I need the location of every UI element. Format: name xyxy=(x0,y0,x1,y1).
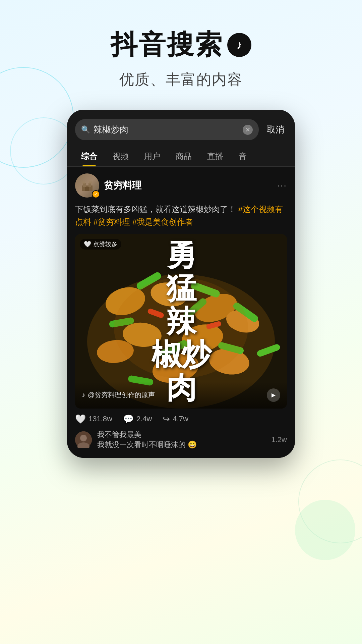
share-count: 4.7w xyxy=(173,415,188,423)
tiktok-logo-badge: ♪ xyxy=(227,33,251,57)
phone-container: 🔍 辣椒炒肉 ✕ 取消 综合 视频 用户 商品 直播 音 xyxy=(0,110,362,458)
more-options-button[interactable]: ··· xyxy=(277,180,287,191)
video-image-area: 勇猛辣椒炒肉 ♪ @贫穷料理创作的原声 ▶ xyxy=(75,234,287,409)
comment-action[interactable]: 💬 2.4w xyxy=(123,414,152,424)
title-row: 抖音搜索 ♪ xyxy=(0,27,362,63)
search-bar-area: 🔍 辣椒炒肉 ✕ 取消 xyxy=(67,110,295,146)
comment-preview-text: 我不管我最美 我就没一次看时不咽唾沫的 😄 xyxy=(97,430,266,450)
user-avatar-wrap[interactable]: ✓ xyxy=(75,173,99,198)
post-text: 下饭菜到底有多凶猛，就看这道辣椒炒肉了！ #这个视频有点料 #贫穷料理 #我是美… xyxy=(75,203,287,229)
action-bar: 🤍 131.8w 💬 2.4w ↪ 4.7w xyxy=(75,414,287,424)
user-card: ✓ 贫穷料理 ··· xyxy=(75,173,287,198)
main-title: 抖音搜索 xyxy=(111,27,223,63)
commenter-name[interactable]: 我不管我最美 xyxy=(97,430,141,439)
tab-video[interactable]: 视频 xyxy=(107,146,135,166)
tiktok-small-icon: ♪ xyxy=(82,391,85,399)
comment-preview-count: 1.2w xyxy=(272,435,287,444)
comment-preview-row: 我不管我最美 我就没一次看时不咽唾沫的 😄 1.2w xyxy=(75,430,287,451)
subtitle: 优质、丰富的内容 xyxy=(0,70,362,90)
svg-rect-7 xyxy=(90,181,92,183)
svg-rect-3 xyxy=(85,187,89,191)
username[interactable]: 贫穷料理 xyxy=(104,179,141,192)
verified-badge: ✓ xyxy=(92,190,100,198)
badge-label: 点赞较多 xyxy=(93,240,117,248)
video-calligraphy-text: 勇猛辣椒炒肉 xyxy=(152,238,210,404)
share-action[interactable]: ↪ 4.7w xyxy=(163,414,188,424)
phone-mockup: 🔍 辣椒炒肉 ✕ 取消 综合 视频 用户 商品 直播 音 xyxy=(67,110,295,458)
badge-heart-icon: 🤍 xyxy=(84,240,91,248)
tab-live[interactable]: 直播 xyxy=(201,146,229,166)
comment-body: 我就没一次看时不咽唾沫的 😄 xyxy=(97,440,197,449)
video-source-text: @贫穷料理创作的原声 xyxy=(88,390,155,399)
tab-goods[interactable]: 商品 xyxy=(170,146,198,166)
search-clear-button[interactable]: ✕ xyxy=(243,125,253,135)
search-icon: 🔍 xyxy=(81,125,90,134)
video-thumbnail[interactable]: 🤍 点赞较多 xyxy=(75,234,287,409)
like-count: 131.8w xyxy=(88,415,112,423)
page-header: 抖音搜索 ♪ 优质、丰富的内容 xyxy=(0,0,362,103)
search-input-wrap[interactable]: 🔍 辣椒炒肉 ✕ xyxy=(75,119,259,140)
tabs-row: 综合 视频 用户 商品 直播 音 xyxy=(67,146,295,167)
comment-count: 2.4w xyxy=(136,415,152,423)
tab-comprehensive[interactable]: 综合 xyxy=(75,146,103,166)
video-badge: 🤍 点赞较多 xyxy=(80,239,121,250)
user-info-left: ✓ 贫穷料理 xyxy=(75,173,141,198)
search-query-text[interactable]: 辣椒炒肉 xyxy=(94,124,239,136)
svg-rect-5 xyxy=(84,181,85,183)
video-source-info: ♪ @贫穷料理创作的原声 xyxy=(82,390,155,399)
hashtag-2[interactable]: #贫穷料理 xyxy=(94,217,130,226)
share-icon: ↪ xyxy=(163,414,170,424)
svg-point-32 xyxy=(80,435,87,441)
svg-rect-6 xyxy=(89,181,90,183)
commenter-avatar xyxy=(75,431,92,448)
search-cancel-button[interactable]: 取消 xyxy=(264,124,287,136)
hashtag-3[interactable]: #我是美食创作者 xyxy=(132,217,193,226)
bg-decoration-blob xyxy=(295,500,355,560)
svg-rect-4 xyxy=(82,181,84,183)
tiktok-logo-icon: ♪ xyxy=(236,38,242,52)
like-icon: 🤍 xyxy=(75,414,86,424)
like-action[interactable]: 🤍 131.8w xyxy=(75,414,112,424)
tab-audio[interactable]: 音 xyxy=(233,146,253,166)
content-area: ✓ 贫穷料理 ··· 下饭菜到底有多凶猛，就看这道辣椒炒肉了！ #这个视频有点料… xyxy=(67,167,295,458)
comment-icon: 💬 xyxy=(123,414,134,424)
post-body-text: 下饭菜到底有多凶猛，就看这道辣椒炒肉了！ xyxy=(75,205,236,214)
tab-user[interactable]: 用户 xyxy=(138,146,166,166)
play-button[interactable]: ▶ xyxy=(267,388,280,402)
